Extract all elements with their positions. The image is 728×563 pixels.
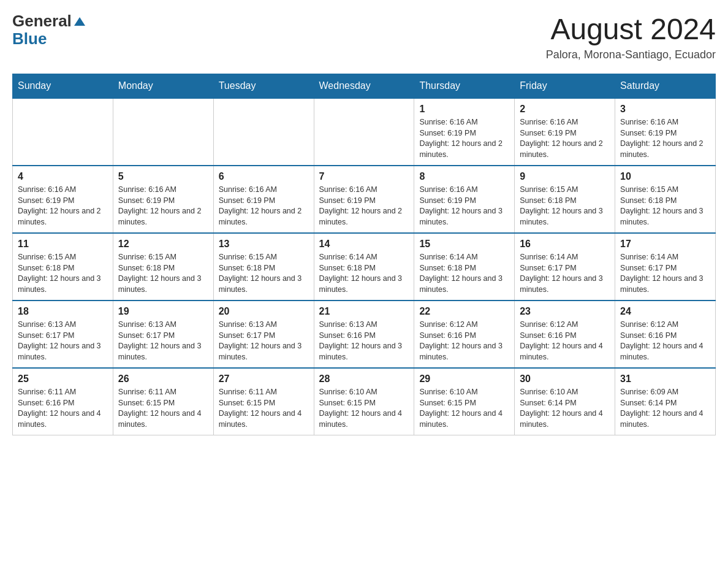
day-number: 1 [419, 104, 509, 115]
calendar-day-cell [113, 98, 213, 166]
day-info: Sunrise: 6:16 AMSunset: 6:19 PMDaylight:… [419, 117, 509, 160]
day-number: 31 [620, 373, 710, 385]
day-number: 24 [620, 306, 710, 317]
day-info: Sunrise: 6:16 AMSunset: 6:19 PMDaylight:… [219, 185, 309, 228]
calendar-day-cell [13, 98, 113, 166]
logo: General Blue [12, 12, 86, 47]
day-number: 3 [620, 104, 710, 115]
day-number: 9 [520, 171, 610, 182]
calendar-day-cell: 13Sunrise: 6:15 AMSunset: 6:18 PMDayligh… [213, 233, 314, 301]
calendar-day-cell: 5Sunrise: 6:16 AMSunset: 6:19 PMDaylight… [113, 166, 213, 233]
day-number: 29 [419, 373, 509, 385]
calendar-day-cell: 25Sunrise: 6:11 AMSunset: 6:16 PMDayligh… [13, 368, 113, 435]
calendar-day-cell: 31Sunrise: 6:09 AMSunset: 6:14 PMDayligh… [615, 368, 716, 435]
day-info: Sunrise: 6:12 AMSunset: 6:16 PMDaylight:… [419, 320, 509, 362]
day-number: 10 [620, 171, 710, 182]
calendar-week-row: 1Sunrise: 6:16 AMSunset: 6:19 PMDaylight… [13, 98, 716, 166]
calendar-week-row: 18Sunrise: 6:13 AMSunset: 6:17 PMDayligh… [13, 301, 716, 368]
calendar-day-cell: 14Sunrise: 6:14 AMSunset: 6:18 PMDayligh… [314, 233, 414, 301]
day-info: Sunrise: 6:15 AMSunset: 6:18 PMDaylight:… [620, 185, 710, 228]
day-info: Sunrise: 6:12 AMSunset: 6:16 PMDaylight:… [620, 320, 710, 362]
day-number: 8 [419, 171, 509, 182]
calendar-day-cell: 30Sunrise: 6:10 AMSunset: 6:14 PMDayligh… [515, 368, 615, 435]
day-number: 2 [520, 104, 610, 115]
calendar-header-sunday: Sunday [13, 74, 113, 99]
calendar-week-row: 25Sunrise: 6:11 AMSunset: 6:16 PMDayligh… [13, 368, 716, 435]
calendar-header-thursday: Thursday [414, 74, 515, 99]
month-title: August 2024 [546, 12, 716, 46]
day-number: 22 [419, 306, 509, 317]
day-number: 23 [520, 306, 610, 317]
calendar-header-tuesday: Tuesday [213, 74, 314, 99]
calendar-day-cell: 22Sunrise: 6:12 AMSunset: 6:16 PMDayligh… [414, 301, 515, 368]
calendar-day-cell: 29Sunrise: 6:10 AMSunset: 6:15 PMDayligh… [414, 368, 515, 435]
day-info: Sunrise: 6:11 AMSunset: 6:15 PMDaylight:… [118, 387, 208, 430]
day-info: Sunrise: 6:14 AMSunset: 6:17 PMDaylight:… [520, 252, 610, 295]
calendar-day-cell: 12Sunrise: 6:15 AMSunset: 6:18 PMDayligh… [113, 233, 213, 301]
calendar-day-cell: 26Sunrise: 6:11 AMSunset: 6:15 PMDayligh… [113, 368, 213, 435]
logo-triangle-icon [73, 15, 86, 28]
day-number: 28 [319, 373, 409, 385]
calendar-day-cell: 24Sunrise: 6:12 AMSunset: 6:16 PMDayligh… [615, 301, 716, 368]
day-number: 4 [18, 171, 108, 182]
calendar-day-cell: 6Sunrise: 6:16 AMSunset: 6:19 PMDaylight… [213, 166, 314, 233]
calendar-day-cell: 9Sunrise: 6:15 AMSunset: 6:18 PMDaylight… [515, 166, 615, 233]
day-info: Sunrise: 6:16 AMSunset: 6:19 PMDaylight:… [319, 185, 409, 228]
day-info: Sunrise: 6:16 AMSunset: 6:19 PMDaylight:… [18, 185, 108, 228]
day-number: 20 [219, 306, 309, 317]
day-number: 15 [419, 239, 509, 250]
calendar-table: SundayMondayTuesdayWednesdayThursdayFrid… [12, 74, 716, 435]
calendar-day-cell: 27Sunrise: 6:11 AMSunset: 6:15 PMDayligh… [213, 368, 314, 435]
location-text: Palora, Morona-Santiago, Ecuador [546, 48, 716, 61]
day-number: 18 [18, 306, 108, 317]
calendar-day-cell: 21Sunrise: 6:13 AMSunset: 6:16 PMDayligh… [314, 301, 414, 368]
day-number: 11 [18, 239, 108, 250]
day-number: 30 [520, 373, 610, 385]
calendar-day-cell: 20Sunrise: 6:13 AMSunset: 6:17 PMDayligh… [213, 301, 314, 368]
day-info: Sunrise: 6:16 AMSunset: 6:19 PMDaylight:… [620, 117, 710, 160]
day-number: 13 [219, 239, 309, 250]
day-info: Sunrise: 6:16 AMSunset: 6:19 PMDaylight:… [118, 185, 208, 228]
day-info: Sunrise: 6:12 AMSunset: 6:16 PMDaylight:… [520, 320, 610, 362]
day-info: Sunrise: 6:14 AMSunset: 6:18 PMDaylight:… [319, 252, 409, 295]
calendar-header-monday: Monday [113, 74, 213, 99]
day-number: 17 [620, 239, 710, 250]
calendar-week-row: 11Sunrise: 6:15 AMSunset: 6:18 PMDayligh… [13, 233, 716, 301]
day-info: Sunrise: 6:11 AMSunset: 6:15 PMDaylight:… [219, 387, 309, 430]
calendar-day-cell: 19Sunrise: 6:13 AMSunset: 6:17 PMDayligh… [113, 301, 213, 368]
day-number: 7 [319, 171, 409, 182]
svg-marker-0 [74, 17, 85, 26]
day-number: 14 [319, 239, 409, 250]
day-number: 27 [219, 373, 309, 385]
calendar-day-cell: 2Sunrise: 6:16 AMSunset: 6:19 PMDaylight… [515, 98, 615, 166]
day-info: Sunrise: 6:13 AMSunset: 6:16 PMDaylight:… [319, 320, 409, 362]
day-info: Sunrise: 6:10 AMSunset: 6:15 PMDaylight:… [419, 387, 509, 430]
day-info: Sunrise: 6:15 AMSunset: 6:18 PMDaylight:… [219, 252, 309, 295]
calendar-header-row: SundayMondayTuesdayWednesdayThursdayFrid… [13, 74, 716, 99]
calendar-day-cell: 3Sunrise: 6:16 AMSunset: 6:19 PMDaylight… [615, 98, 716, 166]
calendar-day-cell: 18Sunrise: 6:13 AMSunset: 6:17 PMDayligh… [13, 301, 113, 368]
day-number: 26 [118, 373, 208, 385]
title-section: August 2024 Palora, Morona-Santiago, Ecu… [546, 12, 716, 61]
calendar-day-cell: 8Sunrise: 6:16 AMSunset: 6:19 PMDaylight… [414, 166, 515, 233]
day-info: Sunrise: 6:14 AMSunset: 6:18 PMDaylight:… [419, 252, 509, 295]
day-info: Sunrise: 6:11 AMSunset: 6:16 PMDaylight:… [18, 387, 108, 430]
calendar-day-cell: 7Sunrise: 6:16 AMSunset: 6:19 PMDaylight… [314, 166, 414, 233]
calendar-day-cell [213, 98, 314, 166]
day-info: Sunrise: 6:15 AMSunset: 6:18 PMDaylight:… [118, 252, 208, 295]
day-info: Sunrise: 6:13 AMSunset: 6:17 PMDaylight:… [219, 320, 309, 362]
day-info: Sunrise: 6:13 AMSunset: 6:17 PMDaylight:… [18, 320, 108, 362]
day-number: 6 [219, 171, 309, 182]
day-number: 21 [319, 306, 409, 317]
day-info: Sunrise: 6:10 AMSunset: 6:14 PMDaylight:… [520, 387, 610, 430]
day-info: Sunrise: 6:13 AMSunset: 6:17 PMDaylight:… [118, 320, 208, 362]
day-info: Sunrise: 6:10 AMSunset: 6:15 PMDaylight:… [319, 387, 409, 430]
day-info: Sunrise: 6:15 AMSunset: 6:18 PMDaylight:… [520, 185, 610, 228]
calendar-day-cell: 11Sunrise: 6:15 AMSunset: 6:18 PMDayligh… [13, 233, 113, 301]
calendar-day-cell: 23Sunrise: 6:12 AMSunset: 6:16 PMDayligh… [515, 301, 615, 368]
calendar-week-row: 4Sunrise: 6:16 AMSunset: 6:19 PMDaylight… [13, 166, 716, 233]
logo-general-text: General [12, 12, 72, 30]
day-number: 25 [18, 373, 108, 385]
calendar-day-cell [314, 98, 414, 166]
logo-blue-text: Blue [12, 30, 86, 48]
